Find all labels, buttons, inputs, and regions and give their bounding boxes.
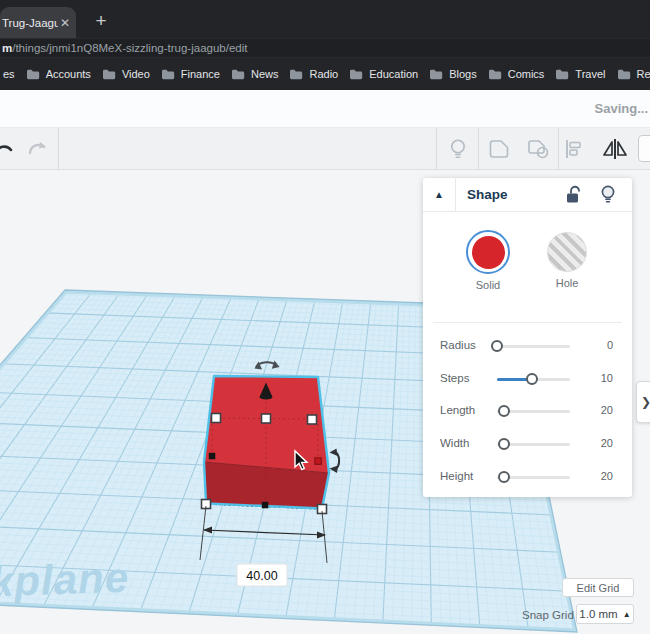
toolbar-divider [436, 128, 437, 170]
slider-track[interactable] [497, 410, 570, 413]
bookmark-item[interactable]: Radio [289, 68, 338, 80]
slider-track[interactable] [497, 476, 570, 479]
bookmark-item[interactable]: es [3, 68, 15, 80]
toolbar-divider [58, 128, 59, 170]
solid-swatch[interactable]: Solid [465, 230, 511, 291]
slider-track[interactable] [497, 443, 570, 446]
folder-icon [102, 69, 116, 80]
bookmark-item[interactable]: Finance [161, 68, 220, 80]
group-button[interactable] [488, 137, 512, 161]
tab-title: Trug-Jaagub [2, 17, 58, 29]
workplane-watermark: kplane [0, 554, 130, 606]
slider-label: Steps [440, 372, 469, 384]
slider-row-radius: Radius0 [423, 330, 632, 362]
slider-track[interactable] [497, 345, 570, 348]
undo-button[interactable] [0, 137, 14, 161]
align-icon [563, 138, 585, 160]
panel-title: Shape [467, 187, 562, 202]
slider-row-steps: Steps10 [423, 363, 632, 395]
browser-tab[interactable]: Trug-Jaagub ✕ [0, 7, 76, 38]
group-icon [488, 137, 512, 161]
align-button[interactable] [562, 137, 586, 161]
slider-value: 20 [601, 470, 613, 482]
hole-striped-circle [547, 232, 587, 272]
shape-box[interactable] [202, 361, 340, 514]
bookmark-label: Education [369, 68, 418, 80]
slider-track[interactable] [497, 378, 570, 381]
mirror-button[interactable] [603, 137, 627, 161]
panel-collapse-button[interactable]: ▲ [423, 178, 456, 212]
bookmark-item[interactable]: Resea [617, 68, 650, 80]
redo-icon [26, 137, 50, 161]
edit-grid-button[interactable]: Edit Grid [562, 578, 634, 597]
shape-light-button[interactable] [597, 183, 619, 207]
bookmark-item[interactable]: Travel [555, 68, 605, 80]
slider-handle[interactable] [498, 471, 510, 483]
bookmarks-bar: esAccountsVideoFinanceNewsRadioEducation… [0, 58, 650, 90]
bookmark-label: Resea [637, 68, 650, 80]
redo-button[interactable] [26, 137, 50, 161]
bookmark-label: Radio [309, 68, 338, 80]
address-bar[interactable]: m/things/jnmi1nQ8MeX-sizzling-trug-jaagu… [0, 39, 650, 57]
folder-icon [488, 69, 502, 80]
slider-handle[interactable] [491, 340, 503, 352]
browser-tab-bar: Trug-Jaagub ✕ + [0, 0, 650, 38]
hole-swatch[interactable]: Hole [544, 230, 590, 289]
folder-icon [289, 69, 303, 80]
bookmark-item[interactable]: Video [102, 68, 150, 80]
snap-grid-label: Snap Grid [522, 609, 574, 621]
slider-label: Length [440, 404, 475, 416]
slider-handle[interactable] [498, 405, 510, 417]
dimension-label: 40.00 [246, 569, 277, 583]
caret-up-icon: ▲ [623, 610, 631, 619]
bulb-icon [599, 184, 617, 206]
bookmark-label: Blogs [449, 68, 477, 80]
bookmark-item[interactable]: News [231, 68, 279, 80]
bookmark-item[interactable]: Blogs [429, 68, 477, 80]
lock-button[interactable] [562, 183, 584, 207]
slider-row-length: Length20 [423, 395, 632, 427]
solid-label: Solid [465, 279, 511, 291]
folder-icon [617, 69, 631, 80]
panel-expand-tab[interactable]: ❯ [636, 381, 650, 423]
ungroup-button[interactable] [527, 137, 551, 161]
mirror-icon [603, 137, 627, 161]
bookmark-item[interactable]: Comics [488, 68, 545, 80]
solid-selected-ring [466, 230, 510, 274]
snap-grid-dropdown[interactable]: 1.0 mm ▲ [576, 604, 634, 624]
hole-label: Hole [544, 277, 590, 289]
url-path: /things/jnmi1nQ8MeX-sizzling-trug-jaagub… [12, 42, 247, 54]
ungroup-icon [527, 137, 551, 161]
slider-value: 20 [601, 437, 613, 449]
bookmark-label: es [3, 68, 15, 80]
saving-status: Saving... [595, 101, 648, 116]
shape-panel-header: ▲ Shape [423, 178, 632, 212]
slider-row-height: Height20 [423, 461, 632, 493]
toolbar-partial-control[interactable] [638, 135, 650, 162]
slider-handle[interactable] [526, 373, 538, 385]
lightbulb-button[interactable] [446, 137, 470, 161]
chevron-right-icon: ❯ [641, 395, 650, 409]
design-canvas[interactable]: kplane [0, 170, 650, 634]
url-domain: m [2, 42, 12, 54]
bookmark-label: Comics [508, 68, 545, 80]
bookmark-item[interactable]: Education [349, 68, 418, 80]
unlock-icon [563, 184, 583, 206]
bookmark-label: Finance [181, 68, 220, 80]
collapse-triangle-icon: ▲ [434, 189, 444, 200]
bookmark-item[interactable]: Accounts [26, 68, 91, 80]
undo-icon [0, 137, 14, 161]
midpoint-handle-right[interactable] [315, 458, 322, 465]
folder-icon [161, 69, 175, 80]
panel-divider [433, 322, 622, 323]
app-header: Saving... [0, 90, 650, 128]
slider-handle[interactable] [498, 438, 510, 450]
new-tab-button[interactable]: + [88, 9, 114, 33]
browser-url-row: m/things/jnmi1nQ8MeX-sizzling-trug-jaagu… [0, 38, 650, 58]
lightbulb-icon [447, 137, 469, 161]
tab-close-icon[interactable]: ✕ [58, 16, 72, 30]
toolbar-divider [478, 128, 479, 170]
app-toolbar [0, 128, 650, 170]
midpoint-handle-bottom[interactable] [262, 502, 269, 509]
midpoint-handle-left[interactable] [209, 453, 216, 460]
